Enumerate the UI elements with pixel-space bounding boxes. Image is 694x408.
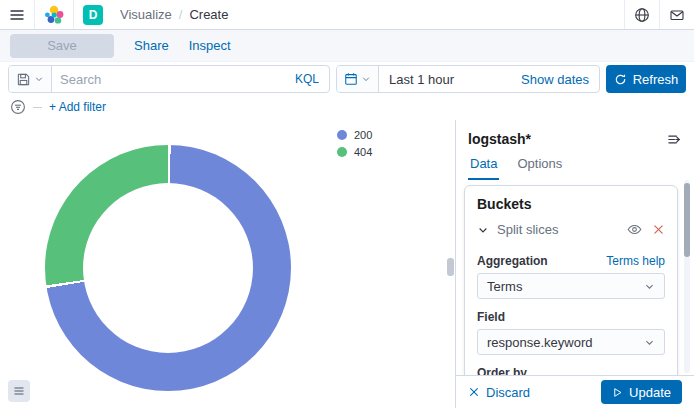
breadcrumb-visualize[interactable]: Visualize — [120, 7, 172, 22]
help-section — [624, 0, 659, 29]
filter-icon — [10, 99, 26, 115]
aggregation-value: Terms — [487, 279, 522, 294]
panel-scrollbar-thumb[interactable] — [684, 183, 690, 257]
remove-bucket-button[interactable] — [652, 223, 665, 236]
legend-label: 404 — [354, 146, 372, 158]
legend-item[interactable]: 200 — [337, 129, 372, 141]
date-picker-group: Last 1 hour Show dates — [336, 65, 600, 93]
logo-section — [35, 0, 74, 29]
refresh-icon — [614, 73, 627, 86]
chevron-down-icon — [477, 224, 489, 236]
main-content: 200404 logstash* Data Options — [0, 120, 694, 408]
discard-label: Discard — [486, 385, 530, 400]
panel-resizer[interactable] — [446, 120, 456, 408]
time-range-value[interactable]: Last 1 hour — [379, 72, 454, 87]
tab-options[interactable]: Options — [515, 156, 564, 180]
field-label: Field — [477, 310, 505, 324]
refresh-label: Refresh — [633, 72, 679, 87]
tab-data[interactable]: Data — [468, 156, 499, 180]
show-dates-button[interactable]: Show dates — [511, 72, 599, 87]
save-button[interactable]: Save — [10, 34, 114, 58]
order-by-label: Order by — [477, 366, 527, 375]
chart-legend: 200404 — [337, 129, 372, 158]
legend-swatch — [337, 130, 347, 140]
field-select[interactable]: response.keyword — [477, 329, 665, 355]
breadcrumb: Visualize / Create — [120, 7, 228, 22]
aggregation-group: Aggregation Terms help Terms — [465, 254, 677, 299]
envelope-newsfeed-button[interactable] — [669, 7, 685, 23]
menu-right-icon — [667, 132, 682, 147]
refresh-button[interactable]: Refresh — [606, 65, 686, 93]
save-query-icon — [16, 72, 31, 87]
editor-panel-footer: Discard Update — [456, 375, 694, 408]
aggregation-select[interactable]: Terms — [477, 273, 665, 299]
chevron-down-icon — [644, 281, 655, 292]
globe-icon — [634, 7, 650, 23]
breadcrumb-create: Create — [189, 7, 228, 22]
newsfeed-section — [659, 0, 694, 29]
elastic-logo[interactable] — [44, 5, 64, 25]
kibana-app: D Visualize / Create Save Share Inspect — [0, 0, 694, 408]
terms-help-link[interactable]: Terms help — [606, 254, 665, 268]
date-quick-select-button[interactable] — [337, 66, 379, 92]
buckets-title: Buckets — [465, 186, 677, 216]
editor-panel-header: logstash* Data Options — [456, 120, 694, 180]
collapse-panel-button[interactable] — [667, 132, 682, 147]
menu-section — [0, 0, 35, 29]
query-language-button[interactable]: KQL — [285, 72, 329, 86]
editor-panel-body: Buckets Split slices — [456, 180, 694, 375]
index-pattern-title: logstash* — [468, 131, 531, 147]
aggregation-label: Aggregation — [477, 254, 548, 268]
buckets-card: Buckets Split slices — [464, 185, 678, 375]
toggle-visibility-button[interactable] — [627, 222, 642, 237]
space-badge[interactable]: D — [83, 5, 103, 25]
inspect-button[interactable]: Inspect — [189, 38, 231, 53]
top-header: D Visualize / Create — [0, 0, 694, 30]
header-spacer — [237, 0, 624, 29]
update-button[interactable]: Update — [601, 380, 682, 404]
list-icon — [13, 385, 25, 397]
play-icon — [612, 387, 623, 398]
legend-item[interactable]: 404 — [337, 146, 372, 158]
close-icon — [468, 386, 480, 398]
chevron-down-icon — [361, 74, 371, 84]
hamburger-icon — [9, 7, 25, 23]
add-filter-button[interactable]: + Add filter — [49, 100, 106, 114]
chevron-down-icon — [644, 337, 655, 348]
query-bar: KQL Last 1 hour Show dates Refresh — [0, 62, 694, 94]
split-slices-label: Split slices — [497, 222, 619, 237]
field-value: response.keyword — [487, 335, 593, 350]
saved-query-menu-button[interactable] — [9, 66, 52, 92]
field-group: Field response.keyword — [465, 310, 677, 355]
elastic-logo-icon — [44, 5, 64, 25]
visualization-editor-panel: logstash* Data Options Buckets Split sli… — [456, 120, 694, 408]
editor-tabs: Data Options — [468, 156, 682, 180]
donut-chart[interactable] — [45, 145, 291, 391]
breadcrumb-separator: / — [179, 7, 183, 22]
envelope-icon — [669, 7, 685, 23]
legend-swatch — [337, 147, 347, 157]
eye-icon — [627, 222, 642, 237]
resizer-grip-handle[interactable] — [447, 258, 454, 276]
globe-help-button[interactable] — [634, 7, 650, 23]
update-label: Update — [629, 385, 671, 400]
time-range-display[interactable]: Last 1 hour Show dates — [379, 66, 599, 92]
search-input[interactable] — [52, 66, 285, 92]
nav-section: D Visualize / Create — [74, 0, 237, 29]
hamburger-menu-button[interactable] — [9, 7, 25, 23]
visualization-area: 200404 — [0, 120, 446, 408]
discard-button[interactable]: Discard — [468, 385, 530, 400]
split-slices-row[interactable]: Split slices — [465, 216, 677, 243]
order-by-group: Order by Metric: Count — [465, 366, 677, 375]
visualize-toolbar: Save Share Inspect — [0, 30, 694, 62]
close-icon — [652, 223, 665, 236]
chevron-down-icon — [34, 74, 44, 84]
filter-bar: + Add filter — [0, 94, 694, 120]
filter-divider — [33, 107, 42, 108]
calendar-icon — [344, 72, 358, 86]
legend-toggle-button[interactable] — [8, 380, 30, 402]
share-button[interactable]: Share — [134, 38, 169, 53]
legend-label: 200 — [354, 129, 372, 141]
search-bar-group: KQL — [8, 65, 330, 93]
